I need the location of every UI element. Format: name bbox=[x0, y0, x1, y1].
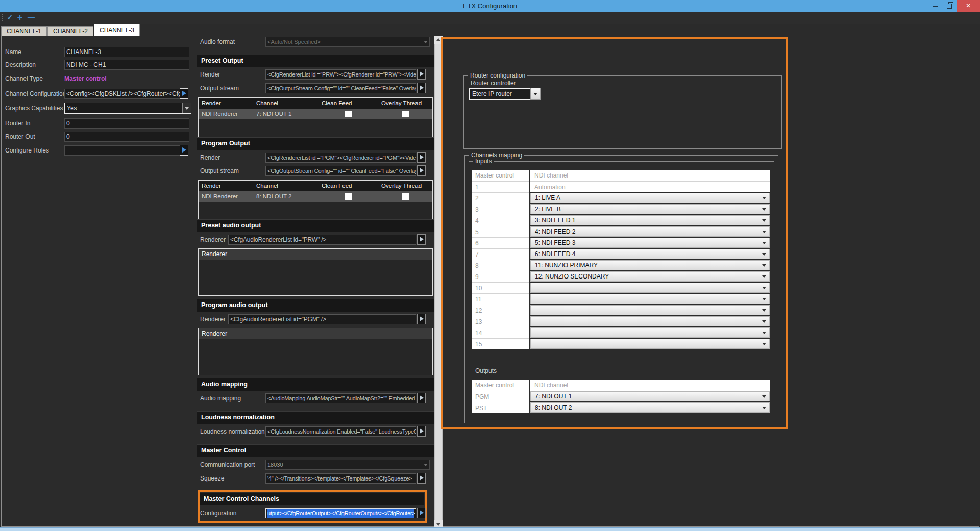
squeeze-input[interactable]: '4" /></Transitions></template></Templat… bbox=[265, 473, 416, 484]
table-row[interactable]: NDI Renderer 8: NDI OUT 2 bbox=[199, 191, 432, 202]
ndi-channel-dropdown[interactable] bbox=[530, 339, 770, 349]
ndi-channel-dropdown[interactable]: 6: NDI FEED 4 bbox=[530, 249, 770, 259]
close-button[interactable]: ✕ bbox=[957, 0, 980, 12]
ndi-channel-dropdown[interactable] bbox=[530, 294, 770, 304]
channel-configuration-input[interactable]: <Config><CfgDSKList /><CfgRouter><CfgRou… bbox=[64, 89, 181, 99]
chevron-down-icon bbox=[533, 93, 537, 95]
preset-render-input[interactable]: <CfgRendererList id ="PRW"><CfgRenderer … bbox=[265, 69, 416, 80]
communication-port-label: Communication port bbox=[200, 460, 255, 470]
clean-feed-checkbox[interactable] bbox=[345, 193, 352, 200]
ndi-channel-dropdown[interactable]: 11: NUNZIO PRIMARY bbox=[530, 260, 770, 270]
audio-format-select[interactable]: <Auto/Not Specified> bbox=[265, 37, 430, 47]
minimize-button[interactable] bbox=[928, 0, 942, 12]
program-render-expand-button[interactable] bbox=[417, 152, 426, 163]
program-render-label: Render bbox=[200, 153, 220, 163]
remove-channel-icon[interactable]: — bbox=[27, 13, 36, 22]
input-number-cell: 7 bbox=[472, 248, 529, 260]
channel-configuration-expand-button[interactable] bbox=[180, 88, 188, 99]
preset-audio-renderer-label: Renderer bbox=[200, 235, 226, 245]
ndi-channel-value: 2: LIVE B bbox=[531, 205, 769, 214]
tab-channel-3[interactable]: CHANNEL-3 bbox=[94, 24, 140, 36]
dropdown-button[interactable] bbox=[182, 103, 191, 113]
outputs-title: Outputs bbox=[473, 367, 499, 375]
play-arrow-icon bbox=[420, 71, 424, 77]
configuration-label: Configuration bbox=[200, 508, 236, 518]
program-audio-renderer-input[interactable]: <CfgAudioRendererList id="PGM" /> bbox=[228, 314, 416, 324]
inputs-row-6: 6 5: NDI FEED 3 bbox=[472, 237, 770, 248]
chevron-down-icon bbox=[762, 320, 766, 323]
ndi-channel-dropdown[interactable]: 2: LIVE B bbox=[530, 204, 770, 214]
ndi-channel-dropdown[interactable] bbox=[530, 305, 770, 315]
program-stream-expand-button[interactable] bbox=[417, 165, 426, 176]
configuration-expand-button[interactable] bbox=[417, 508, 426, 518]
ndi-channel-dropdown[interactable]: 7: NDI OUT 1 bbox=[530, 391, 770, 401]
squeeze-expand-button[interactable] bbox=[417, 473, 426, 484]
ndi-channel-dropdown[interactable]: 3: NDI FEED 1 bbox=[530, 215, 770, 225]
chevron-down-icon bbox=[424, 464, 428, 466]
ndi-channel-dropdown[interactable] bbox=[530, 316, 770, 326]
section-title: Program Output bbox=[201, 140, 250, 147]
configure-roles-input[interactable] bbox=[64, 145, 181, 156]
renderer-list-empty bbox=[199, 339, 432, 375]
name-input[interactable]: CHANNEL-3 bbox=[64, 47, 189, 57]
audio-mapping-input[interactable]: <AudioMapping AudioMapStr="" AudioMapStr… bbox=[265, 393, 416, 403]
ndi-channel-dropdown[interactable]: 4: NDI FEED 2 bbox=[530, 226, 770, 237]
program-audio-renderer-list: Renderer bbox=[198, 328, 433, 375]
router-in-label: Router In bbox=[5, 118, 30, 129]
ndi-channel-dropdown[interactable]: 1: LIVE A bbox=[530, 193, 770, 203]
program-audio-expand-button[interactable] bbox=[417, 314, 426, 324]
router-in-input[interactable]: 0 bbox=[64, 118, 189, 129]
clean-feed-cell bbox=[318, 191, 378, 202]
ndi-channel-dropdown[interactable] bbox=[530, 327, 770, 338]
inputs-title: Inputs bbox=[473, 158, 494, 165]
play-arrow-icon bbox=[182, 147, 186, 153]
clean-feed-checkbox[interactable] bbox=[345, 111, 352, 117]
description-input[interactable]: NDI MC - CH1 bbox=[64, 60, 189, 70]
program-render-input[interactable]: <CfgRendererList id ="PGM"><CfgRenderer … bbox=[265, 153, 416, 163]
communication-port-select[interactable]: 18030 bbox=[265, 460, 430, 470]
ndi-channel-dropdown[interactable]: 5: NDI FEED 3 bbox=[530, 238, 770, 248]
channel-type-value: Master control bbox=[64, 73, 107, 84]
configuration-input[interactable]: utput></CfgRouterOutput></CfgRouterOutpu… bbox=[265, 508, 416, 518]
table-row[interactable]: NDI Renderer 7: NDI OUT 1 bbox=[199, 109, 432, 119]
audio-format-label: Audio format bbox=[200, 37, 235, 47]
channel-properties-panel: Name CHANNEL-3 Description NDI MC - CH1 … bbox=[0, 36, 197, 528]
preset-audio-renderer-input[interactable]: <CfgAudioRendererList id="PRW" /> bbox=[228, 235, 416, 245]
confirm-icon[interactable]: ✓ bbox=[5, 13, 14, 22]
router-controller-select[interactable]: Etere IP router bbox=[469, 88, 532, 100]
renderer-list-header: Renderer bbox=[199, 249, 432, 260]
play-arrow-icon bbox=[420, 316, 424, 321]
restore-button[interactable] bbox=[942, 0, 957, 12]
chevron-down-icon bbox=[762, 242, 766, 244]
ndi-channel-dropdown[interactable] bbox=[530, 283, 770, 293]
program-output-table: Render Channel Clean Feed Overlay Thread… bbox=[198, 180, 433, 221]
program-stream-input[interactable]: <CfgOutputStream Config="" id="" CleanFe… bbox=[265, 166, 416, 176]
preset-render-expand-button[interactable] bbox=[417, 69, 426, 80]
overlay-thread-checkbox[interactable] bbox=[402, 193, 409, 200]
chevron-up-icon bbox=[436, 38, 440, 41]
col-clean-feed: Clean Feed bbox=[318, 181, 378, 191]
loudness-expand-button[interactable] bbox=[417, 426, 426, 437]
graphics-capabilities-select[interactable]: Yes bbox=[64, 103, 191, 114]
chevron-down-icon bbox=[762, 287, 766, 289]
toolbar-grip[interactable] bbox=[2, 14, 3, 22]
preset-stream-expand-button[interactable] bbox=[417, 83, 426, 93]
input-number-cell: 9 bbox=[472, 271, 529, 282]
router-controller-dropdown-button[interactable] bbox=[530, 88, 541, 100]
preset-stream-input[interactable]: <CfgOutputStream Config="" id="" CleanFe… bbox=[265, 83, 416, 93]
router-out-input[interactable]: 0 bbox=[64, 132, 189, 142]
overlay-thread-cell bbox=[378, 109, 432, 119]
tab-channel-1[interactable]: CHANNEL-1 bbox=[1, 26, 47, 36]
loudness-input[interactable]: <CfgLoudnessNormalization Enabled="False… bbox=[265, 426, 416, 437]
input-number-cell: 6 bbox=[472, 237, 529, 248]
audio-mapping-expand-button[interactable] bbox=[417, 393, 426, 403]
preset-audio-expand-button[interactable] bbox=[417, 234, 426, 245]
play-arrow-icon bbox=[420, 428, 424, 434]
overlay-thread-checkbox[interactable] bbox=[402, 111, 409, 117]
etx-configuration-window: { "colors": { "accent_orange": "#e87e23"… bbox=[0, 0, 980, 531]
ndi-channel-dropdown[interactable]: 8: NDI OUT 2 bbox=[530, 402, 770, 413]
ndi-channel-dropdown[interactable]: 12: NUNZIO SECONDARY bbox=[530, 271, 770, 282]
add-channel-icon[interactable]: + bbox=[15, 13, 24, 22]
configure-roles-expand-button[interactable] bbox=[180, 145, 188, 156]
tab-channel-2[interactable]: CHANNEL-2 bbox=[47, 26, 93, 36]
